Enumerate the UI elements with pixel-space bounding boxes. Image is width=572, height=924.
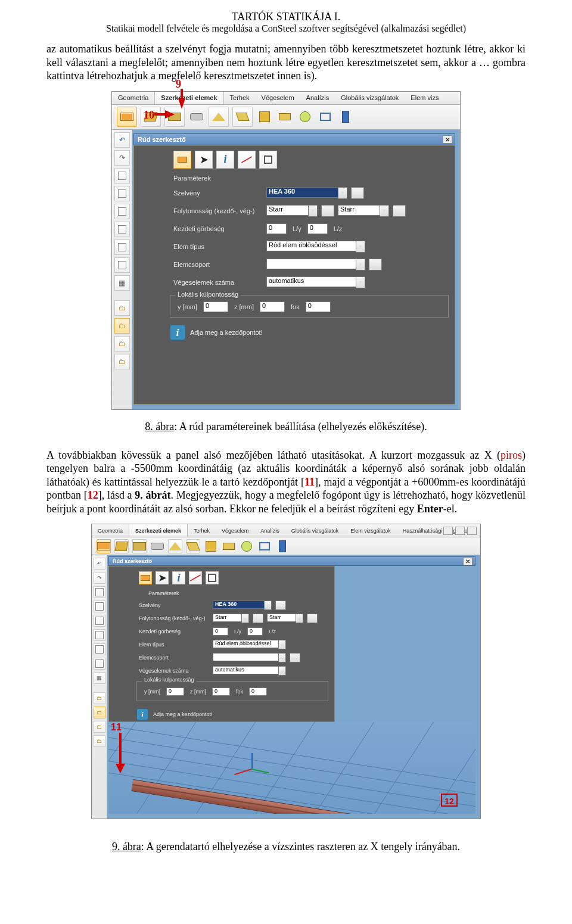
tab2-geometria[interactable]: Geometria	[92, 524, 129, 537]
m2-ptr[interactable]: ➤	[156, 571, 169, 584]
cont-end-browse[interactable]: ...	[393, 205, 406, 217]
section-combo[interactable]: HEA 360▼	[266, 187, 347, 199]
mini-icon[interactable]	[455, 527, 465, 535]
type-combo[interactable]: Rúd elem öblösödéssel▼	[266, 241, 365, 253]
left-b6[interactable]	[114, 257, 130, 273]
tab2-globalis[interactable]: Globális vizsgálatok	[285, 524, 345, 537]
m2-rect[interactable]	[206, 571, 219, 584]
l2-b6[interactable]	[94, 658, 105, 670]
chevron-down-icon[interactable]: ▼	[356, 276, 365, 288]
mini-icon[interactable]	[443, 527, 453, 535]
left-b7[interactable]: ▦	[114, 275, 130, 291]
left-f1[interactable]: 🗀	[114, 300, 130, 316]
chevron-down-icon[interactable]: ▼	[338, 187, 347, 199]
fe-value[interactable]: automatikus	[266, 276, 356, 287]
left-b3[interactable]	[114, 204, 130, 219]
mode-pointer[interactable]: ➤	[195, 151, 213, 169]
tool2-6[interactable]	[186, 539, 200, 553]
tool-btn-6[interactable]	[232, 107, 253, 127]
left-f4[interactable]: 🗀	[114, 354, 130, 369]
3d-viewport[interactable]	[108, 722, 475, 814]
tool2-7[interactable]	[204, 539, 218, 553]
group-browse[interactable]: ...	[369, 259, 382, 270]
left-redo[interactable]: ↷	[114, 150, 130, 166]
tool-btn-11[interactable]	[337, 107, 354, 127]
tab-terhek[interactable]: Terhek	[224, 92, 256, 104]
c2-section[interactable]: HEA 360▼	[213, 601, 272, 610]
fe-combo[interactable]: automatikus▼	[266, 276, 365, 288]
m2-bar[interactable]	[139, 571, 152, 584]
mini-icon[interactable]	[467, 527, 477, 535]
tool-bar-member-button[interactable]	[117, 107, 137, 127]
tab-vegeselem[interactable]: Végeselem	[256, 92, 300, 104]
mode-line[interactable]	[238, 151, 256, 169]
mode-info[interactable]: i	[216, 151, 234, 169]
v2-fe[interactable]: automatikus	[213, 666, 278, 674]
chevron-down-icon[interactable]: ▼	[356, 259, 365, 270]
tab2-vegeselem[interactable]: Végeselem	[216, 524, 254, 537]
continuity-start-value[interactable]: Starr	[266, 205, 308, 216]
c2-cont2[interactable]: Starr▼	[267, 614, 303, 623]
type-value[interactable]: Rúd elem öblösödéssel	[266, 241, 356, 251]
c2-fe[interactable]: automatikus▼	[213, 666, 286, 676]
tab-globalis[interactable]: Globális vizsgálatok	[335, 92, 405, 104]
chevron-down-icon[interactable]: ▼	[308, 205, 318, 217]
curv-lz[interactable]: 0	[307, 223, 328, 234]
ecc-rot[interactable]: 0	[306, 301, 331, 312]
tool-btn-8[interactable]	[276, 107, 293, 127]
close-icon[interactable]: ✕	[443, 135, 452, 144]
v2-cont1[interactable]: Starr	[213, 614, 241, 622]
tab2-analizis[interactable]: Analízis	[254, 524, 285, 537]
tool2-9[interactable]	[240, 539, 254, 553]
tool2-4[interactable]	[150, 539, 164, 553]
chevron-down-icon[interactable]: ▼	[278, 666, 286, 676]
chevron-down-icon[interactable]: ▼	[380, 205, 389, 217]
b2-cont2[interactable]: ...	[307, 614, 318, 623]
l2-b1[interactable]	[94, 586, 105, 598]
l2-f4[interactable]: 🗀	[94, 735, 105, 747]
tab-szerkezeti-elemek[interactable]: Szerkezeti elemek	[154, 92, 223, 104]
curv-ly[interactable]: 0	[266, 223, 287, 234]
v2-section[interactable]: HEA 360	[213, 601, 264, 609]
section-value[interactable]: HEA 360	[266, 187, 338, 198]
left-f3[interactable]: 🗀	[114, 336, 130, 351]
tool2-2[interactable]	[114, 539, 129, 553]
c2-group[interactable]: ▼	[213, 653, 286, 662]
v2-rot[interactable]: 0	[249, 687, 267, 696]
tab2-szerk[interactable]: Szerkezeti elemek	[129, 524, 188, 537]
tab-geometria[interactable]: Geometria	[112, 92, 154, 104]
cont-start-browse[interactable]: ...	[321, 205, 334, 217]
left-b4[interactable]	[114, 222, 130, 237]
ecc-z[interactable]: 0	[260, 301, 285, 312]
tool-btn-10[interactable]	[317, 107, 334, 127]
l2-redo[interactable]: ↷	[94, 572, 105, 584]
l2-b4[interactable]	[94, 629, 105, 641]
l2-f2[interactable]: 🗀	[94, 707, 105, 718]
continuity-end[interactable]: Starr▼	[338, 205, 389, 217]
group-value[interactable]	[266, 259, 356, 269]
l2-b2[interactable]	[94, 601, 105, 612]
v2-z[interactable]: 0	[212, 687, 230, 696]
tool-btn-9[interactable]	[297, 107, 313, 127]
left-f2[interactable]: 🗀	[114, 318, 130, 334]
chevron-down-icon[interactable]: ▼	[296, 614, 303, 623]
continuity-end-value[interactable]: Starr	[338, 205, 380, 216]
l2-b7[interactable]: ▦	[94, 672, 105, 684]
l2-f1[interactable]: 🗀	[94, 692, 105, 704]
left-b1[interactable]	[114, 168, 130, 183]
chevron-down-icon[interactable]: ▼	[356, 241, 365, 253]
continuity-start[interactable]: Starr▼	[266, 205, 318, 217]
tool-btn-5[interactable]	[209, 107, 229, 127]
m2-line[interactable]	[189, 571, 202, 584]
b2-section[interactable]: ...	[275, 601, 286, 610]
v2-y[interactable]: 0	[166, 687, 184, 696]
b2-cont1[interactable]: ...	[253, 614, 263, 623]
chevron-down-icon[interactable]: ▼	[278, 653, 286, 662]
l2-f3[interactable]: 🗀	[94, 721, 105, 733]
tool2-10[interactable]	[257, 539, 272, 553]
tool2-11[interactable]	[275, 539, 290, 553]
tab-elem-vizs[interactable]: Elem vizs	[405, 92, 444, 104]
left-undo[interactable]: ↶	[114, 132, 130, 148]
tool-btn-4[interactable]	[188, 107, 205, 127]
mode-rect[interactable]	[259, 151, 277, 169]
